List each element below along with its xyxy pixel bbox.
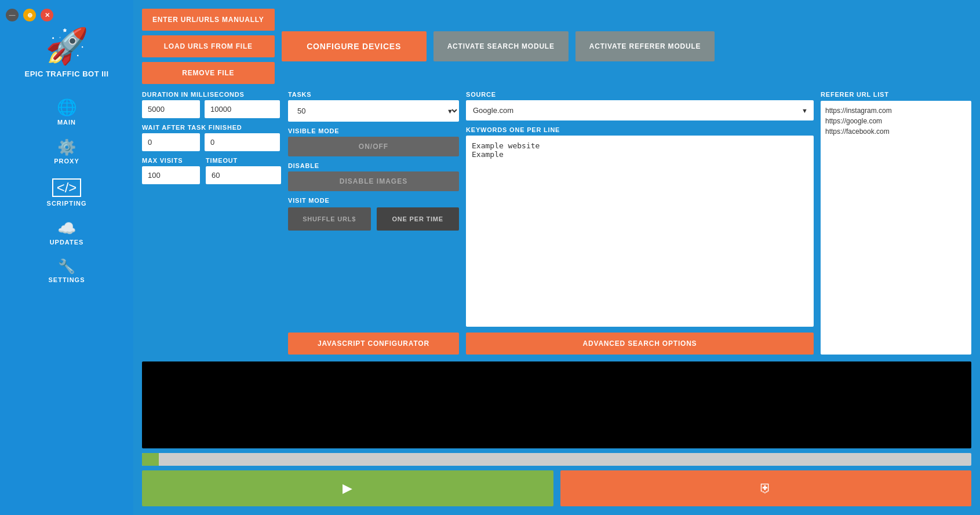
cloud-icon: ☁️ — [57, 221, 76, 236]
tools-icon: 🔧 — [58, 260, 75, 273]
main-content: ENTER URL/URLS MANUALLY LOAD URLS FROM F… — [133, 0, 980, 515]
sidebar-item-settings[interactable]: 🔧 SETTINGS — [0, 253, 133, 290]
enter-url-button[interactable]: ENTER URL/URLS MANUALLY — [142, 9, 275, 31]
close-button[interactable]: ✕ — [41, 9, 53, 21]
stop-icon: ⛨ — [759, 481, 772, 496]
tasks-select[interactable]: 1 5 10 20 50 100 200 500 — [288, 100, 459, 122]
keywords-textarea[interactable]: Example website Example — [466, 136, 814, 327]
tasks-select-wrapper: 1 5 10 20 50 100 200 500 — [288, 100, 459, 122]
source-label: SOURCE — [466, 91, 814, 98]
keywords-group: KEYWORDS ONE PER LINE Example website Ex… — [466, 126, 814, 327]
activate-referer-button[interactable]: ACTIVATE REFERER MODULE — [575, 31, 715, 61]
globe-icon: 🌐 — [57, 100, 77, 116]
timeout-group: TIMEOUT — [206, 157, 281, 184]
action-row: ▶ ⛨ — [142, 470, 971, 506]
source-panel: SOURCE Google.com Bing.com Yahoo.com Dir… — [466, 91, 814, 355]
visible-mode-group: VISIBLE MODE ON/OFF — [288, 127, 459, 156]
toolbar-row: ENTER URL/URLS MANUALLY LOAD URLS FROM F… — [142, 9, 971, 84]
sidebar-updates-label: UPDATES — [50, 239, 84, 246]
duration-min-input[interactable] — [142, 100, 200, 118]
configure-devices-button[interactable]: CONFIGURE DEVICES — [282, 31, 427, 61]
timeout-label: TIMEOUT — [206, 157, 281, 164]
sidebar-settings-label: SETTINGS — [48, 276, 85, 283]
shuffle-urls-button[interactable]: SHUFFLE URL$ — [288, 207, 371, 231]
wait-inputs — [142, 133, 281, 151]
duration-inputs — [142, 100, 281, 118]
referer-panel: REFERER URL LIST https://instagram.com h… — [821, 91, 971, 355]
app-title: EPIC TRAFFIC BOT III — [24, 70, 108, 78]
disable-label: DISABLE — [288, 162, 459, 169]
play-button[interactable]: ▶ — [142, 470, 553, 506]
restore-button[interactable]: ⊕ — [23, 9, 36, 21]
log-area — [142, 361, 971, 448]
disable-group: DISABLE DISABLE IMAGES — [288, 162, 459, 191]
wait-group: WAIT AFTER TASK FINISHED — [142, 124, 281, 151]
max-visits-group: MAX VISITS — [142, 157, 200, 184]
sidebar-proxy-label: PROXY — [54, 158, 79, 165]
visible-mode-label: VISIBLE MODE — [288, 127, 459, 134]
middle-section: DURATION IN MILLISECONDS WAIT AFTER TASK… — [142, 91, 971, 355]
wait-min-input[interactable] — [142, 133, 200, 151]
referer-item: https://google.com — [825, 116, 967, 126]
center-panel: TASKS 1 5 10 20 50 100 200 500 VISIBLE M… — [288, 91, 459, 355]
progress-bar-container — [142, 453, 971, 466]
tasks-row: TASKS 1 5 10 20 50 100 200 500 — [288, 91, 459, 122]
duration-group: DURATION IN MILLISECONDS — [142, 91, 281, 118]
url-buttons-col: ENTER URL/URLS MANUALLY LOAD URLS FROM F… — [142, 9, 275, 84]
sidebar-item-scripting[interactable]: </> SCRIPTING — [0, 171, 133, 214]
sidebar-main-label: MAIN — [57, 119, 76, 126]
max-visits-input[interactable] — [142, 166, 200, 184]
progress-bar-fill — [142, 453, 159, 466]
source-group: SOURCE Google.com Bing.com Yahoo.com Dir… — [466, 91, 814, 120]
minimize-button[interactable]: — — [6, 9, 19, 21]
play-icon: ▶ — [343, 481, 352, 496]
duration-max-input[interactable] — [205, 100, 280, 118]
sidebar-item-updates[interactable]: ☁️ UPDATES — [0, 214, 133, 253]
one-per-time-button[interactable]: ONE PER TIME — [377, 207, 460, 231]
referer-item: https://instagram.com — [825, 105, 967, 116]
sidebar: — ⊕ ✕ 🚀 EPIC TRAFFIC BOT III 🌐 MAIN ⚙️ P… — [0, 0, 133, 515]
javascript-configurator-button[interactable]: JAVASCRIPT CONFIGURATOR — [288, 333, 459, 355]
remove-file-button[interactable]: REMOVE FILE — [142, 62, 275, 84]
advanced-search-button[interactable]: ADVANCED SEARCH OPTIONS — [466, 333, 814, 355]
on-off-toggle[interactable]: ON/OFF — [288, 137, 459, 156]
activate-search-button[interactable]: ACTIVATE SEARCH MODULE — [433, 31, 569, 61]
keywords-label: KEYWORDS ONE PER LINE — [466, 126, 814, 133]
sidebar-scripting-label: SCRIPTING — [47, 200, 87, 207]
source-select-wrapper: Google.com Bing.com Yahoo.com Direct — [466, 100, 814, 120]
gear-icon: ⚙️ — [57, 140, 76, 155]
visit-mode-buttons: SHUFFLE URL$ ONE PER TIME — [288, 207, 459, 231]
visit-mode-group: VISIT MODE SHUFFLE URL$ ONE PER TIME — [288, 197, 459, 231]
wait-label: WAIT AFTER TASK FINISHED — [142, 124, 281, 131]
max-visits-label: MAX VISITS — [142, 157, 200, 164]
load-urls-button[interactable]: LOAD URLS FROM FILE — [142, 35, 275, 57]
max-timeout-row: MAX VISITS TIMEOUT — [142, 157, 281, 184]
sidebar-item-main[interactable]: 🌐 MAIN — [0, 93, 133, 133]
sidebar-item-proxy[interactable]: ⚙️ PROXY — [0, 133, 133, 171]
timeout-input[interactable] — [206, 166, 281, 184]
referer-url-list-label: REFERER URL LIST — [821, 91, 971, 98]
disable-images-toggle[interactable]: DISABLE IMAGES — [288, 171, 459, 191]
source-select[interactable]: Google.com Bing.com Yahoo.com Direct — [466, 100, 814, 120]
wait-max-input[interactable] — [205, 133, 280, 151]
referer-item: https://facebook.com — [825, 126, 967, 137]
rocket-icon: 🚀 — [45, 29, 89, 64]
sidebar-nav: 🌐 MAIN ⚙️ PROXY </> SCRIPTING ☁️ UPDATES… — [0, 93, 133, 290]
code-icon: </> — [52, 178, 82, 197]
left-panel: DURATION IN MILLISECONDS WAIT AFTER TASK… — [142, 91, 281, 355]
duration-label: DURATION IN MILLISECONDS — [142, 91, 281, 98]
visit-mode-label: VISIT MODE — [288, 197, 459, 204]
sidebar-header: — ⊕ ✕ 🚀 EPIC TRAFFIC BOT III — [0, 0, 133, 84]
stop-button[interactable]: ⛨ — [560, 470, 972, 506]
tasks-label: TASKS — [288, 91, 459, 98]
window-controls: — ⊕ ✕ — [6, 9, 53, 21]
referer-url-list[interactable]: https://instagram.com https://google.com… — [821, 101, 971, 355]
bottom-area: ▶ ⛨ — [142, 361, 971, 506]
